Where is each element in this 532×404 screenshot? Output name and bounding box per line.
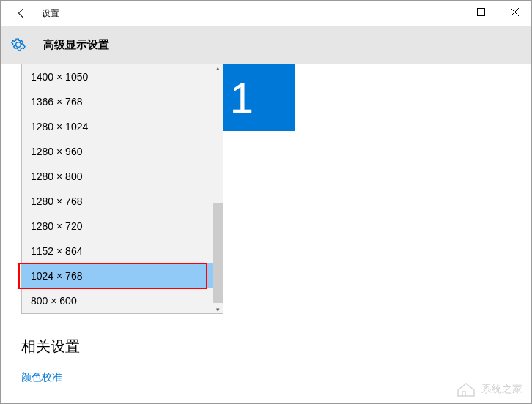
resolution-option[interactable]: 1280 × 960: [22, 139, 223, 164]
back-button[interactable]: [8, 2, 34, 24]
resolution-option[interactable]: 1366 × 768: [22, 89, 223, 114]
related-heading: 相关设置: [21, 337, 80, 356]
close-button[interactable]: [498, 1, 531, 23]
house-icon: [455, 381, 477, 397]
maximize-button[interactable]: [464, 1, 498, 23]
related-settings-section: 相关设置 颜色校准: [21, 337, 80, 384]
minimize-button[interactable]: [430, 1, 464, 23]
close-icon: [511, 8, 519, 16]
content-area: 1 1400 × 10501366 × 7681280 × 10241280 ×…: [1, 64, 531, 403]
header-bar: 高级显示设置: [1, 26, 531, 64]
resolution-option[interactable]: 1400 × 1050: [22, 64, 223, 89]
page-heading: 高级显示设置: [43, 38, 109, 52]
resolution-option[interactable]: 1280 × 800: [22, 164, 223, 189]
scroll-down-arrow[interactable]: ▾: [213, 306, 223, 313]
resolution-option[interactable]: 1280 × 720: [22, 214, 223, 239]
minimize-icon: [443, 8, 451, 16]
resolution-option[interactable]: 1152 × 864: [22, 239, 223, 263]
watermark-text: 系统之家: [481, 383, 522, 396]
dropdown-scrollbar-thumb[interactable]: [213, 203, 223, 303]
resolution-option[interactable]: 1280 × 768: [22, 189, 223, 214]
resolution-option[interactable]: 1280 × 1024: [22, 114, 223, 139]
svg-rect-1: [477, 8, 484, 15]
window-title: 设置: [42, 7, 59, 20]
gear-icon: [11, 37, 26, 52]
arrow-left-icon: [16, 8, 26, 18]
color-calibration-link[interactable]: 颜色校准: [21, 371, 80, 384]
resolution-option[interactable]: 800 × 600: [22, 288, 223, 313]
watermark: 系统之家: [455, 381, 522, 397]
resolution-option[interactable]: 1024 × 768: [22, 263, 223, 288]
resolution-dropdown[interactable]: 1400 × 10501366 × 7681280 × 10241280 × 9…: [21, 64, 223, 314]
scroll-up-arrow[interactable]: ▴: [213, 64, 223, 72]
dropdown-scrollbar[interactable]: ▴ ▾: [213, 64, 223, 313]
maximize-icon: [477, 8, 485, 16]
monitor-id: 1: [230, 73, 254, 122]
window-controls: [430, 1, 531, 23]
titlebar: 设置: [1, 1, 531, 26]
